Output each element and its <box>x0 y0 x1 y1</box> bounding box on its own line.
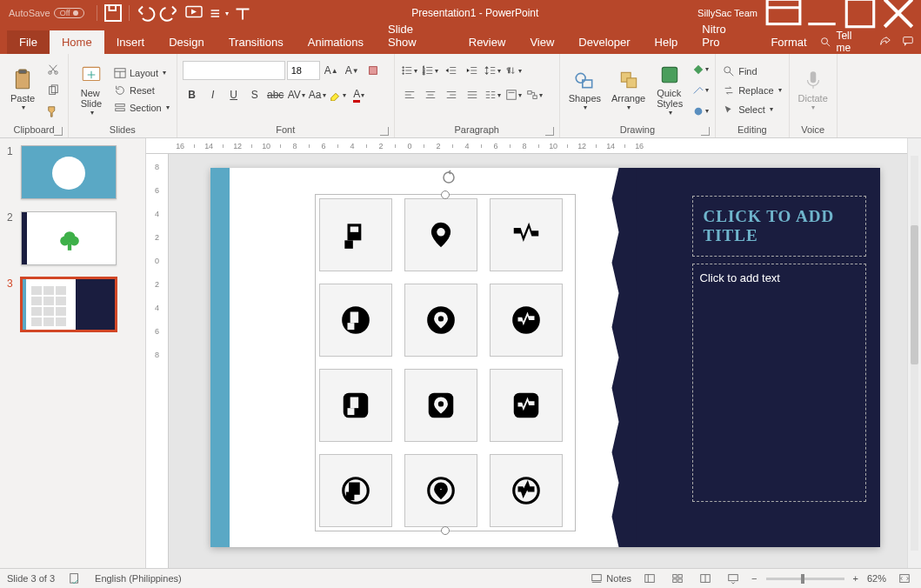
format-painter-icon[interactable] <box>43 102 63 121</box>
selected-icon-grid[interactable] <box>315 194 576 531</box>
highlight-icon[interactable]: ▾ <box>329 85 348 104</box>
zoom-in-icon[interactable]: + <box>853 573 858 584</box>
bold-icon[interactable]: B <box>183 85 202 104</box>
shape-effects-icon[interactable]: ▾ <box>691 102 710 121</box>
sorter-view-icon[interactable] <box>668 571 687 586</box>
paste-button[interactable]: Paste▾ <box>5 57 40 123</box>
tab-animations[interactable]: Animations <box>296 30 376 54</box>
tab-developer[interactable]: Developer <box>566 30 642 54</box>
qat-customize-icon[interactable] <box>232 3 253 23</box>
columns-icon[interactable]: ▾ <box>484 85 503 104</box>
font-size-input[interactable] <box>287 61 320 80</box>
replace-button[interactable]: Replace▾ <box>721 83 783 98</box>
decrease-font-icon[interactable]: A▼ <box>343 61 362 80</box>
autosave-toggle[interactable]: AutoSave Off <box>3 8 90 18</box>
redo-icon[interactable] <box>159 3 180 23</box>
copy-icon[interactable] <box>43 81 63 100</box>
minimize-icon[interactable] <box>803 0 841 26</box>
tab-file[interactable]: File <box>7 30 50 54</box>
slide-indicator[interactable]: Slide 3 of 3 <box>7 573 55 584</box>
align-right-icon[interactable] <box>442 85 461 104</box>
dictate-button[interactable]: Dictate▾ <box>795 57 831 123</box>
notes-button[interactable]: Notes <box>591 571 631 586</box>
icon-cell[interactable] <box>404 198 477 271</box>
fit-window-icon[interactable] <box>895 571 914 586</box>
thumbnail-2[interactable]: 2 <box>7 211 138 265</box>
language-indicator[interactable]: English (Philippines) <box>95 573 182 584</box>
change-case-icon[interactable]: Aa▾ <box>308 85 327 104</box>
zoom-slider[interactable] <box>766 578 844 580</box>
bullets-icon[interactable]: ▾ <box>400 61 419 80</box>
align-center-icon[interactable] <box>421 85 440 104</box>
increase-font-icon[interactable]: A▲ <box>322 61 341 80</box>
reset-button[interactable]: Reset <box>112 83 171 98</box>
tab-insert[interactable]: Insert <box>104 30 157 54</box>
slide[interactable]: CLICK TO ADD TITLE Click to add text <box>210 168 880 547</box>
shape-outline-icon[interactable]: ▾ <box>691 81 710 100</box>
italic-icon[interactable]: I <box>204 85 223 104</box>
tab-review[interactable]: Review <box>457 30 518 54</box>
start-from-beginning-icon[interactable] <box>184 3 204 23</box>
line-spacing-icon[interactable]: ▾ <box>484 61 503 80</box>
font-color-icon[interactable]: A▾ <box>350 85 369 104</box>
new-slide-button[interactable]: New Slide▾ <box>74 57 109 123</box>
dialog-launcher-icon[interactable] <box>545 127 554 136</box>
tab-help[interactable]: Help <box>643 30 691 54</box>
tab-slideshow[interactable]: Slide Show <box>376 17 457 54</box>
icon-cell[interactable] <box>404 454 477 527</box>
strike-icon[interactable]: abc <box>266 85 285 104</box>
underline-icon[interactable]: U <box>224 85 244 104</box>
icon-cell[interactable] <box>490 369 563 442</box>
icon-cell[interactable] <box>490 454 563 527</box>
icon-cell[interactable] <box>319 198 392 271</box>
rotate-handle-icon[interactable] <box>441 170 457 185</box>
tab-format[interactable]: Format <box>758 30 818 54</box>
icon-cell[interactable] <box>490 284 563 357</box>
share-icon[interactable] <box>879 35 891 50</box>
icon-cell[interactable] <box>404 369 477 442</box>
clear-format-icon[interactable] <box>364 61 383 80</box>
text-direction-icon[interactable]: ¶▾ <box>504 61 524 80</box>
close-icon[interactable] <box>879 0 918 26</box>
increase-indent-icon[interactable] <box>463 61 482 80</box>
thumbnail-1[interactable]: 1 <box>7 145 138 199</box>
tab-design[interactable]: Design <box>157 30 216 54</box>
cut-icon[interactable] <box>43 60 63 79</box>
icon-cell[interactable] <box>319 369 392 442</box>
zoom-out-icon[interactable]: − <box>751 573 757 584</box>
quick-styles-button[interactable]: Quick Styles▾ <box>652 57 687 123</box>
find-button[interactable]: Find <box>721 63 783 79</box>
numbering-icon[interactable]: 123▾ <box>421 61 440 80</box>
thumbnail-3[interactable]: 3 <box>7 277 138 331</box>
zoom-level[interactable]: 62% <box>867 573 886 584</box>
icon-cell[interactable] <box>490 198 563 271</box>
ribbon-display-icon[interactable] <box>764 0 803 26</box>
tab-transitions[interactable]: Transitions <box>217 30 296 54</box>
align-text-icon[interactable]: ▾ <box>504 85 524 104</box>
slide-canvas[interactable]: CLICK TO ADD TITLE Click to add text <box>169 154 921 568</box>
icon-cell[interactable] <box>319 284 392 357</box>
undo-icon[interactable] <box>135 3 156 23</box>
font-name-input[interactable] <box>183 61 285 80</box>
tab-view[interactable]: View <box>517 30 566 54</box>
justify-icon[interactable] <box>463 85 482 104</box>
icon-cell[interactable] <box>404 284 477 357</box>
dialog-launcher-icon[interactable] <box>380 127 389 136</box>
spellcheck-icon[interactable] <box>69 571 81 585</box>
reading-view-icon[interactable] <box>696 571 715 586</box>
comments-icon[interactable] <box>902 35 914 50</box>
maximize-icon[interactable] <box>841 0 879 26</box>
slideshow-view-icon[interactable] <box>724 571 743 586</box>
tab-nitropro[interactable]: Nitro Pro <box>690 17 758 54</box>
shadow-icon[interactable]: S <box>245 85 264 104</box>
vertical-scrollbar[interactable] <box>907 138 921 568</box>
save-icon[interactable] <box>103 3 123 23</box>
dialog-launcher-icon[interactable] <box>701 127 710 136</box>
normal-view-icon[interactable] <box>640 571 659 586</box>
shapes-button[interactable]: Shapes▾ <box>565 57 604 123</box>
qat-more-icon[interactable]: ▾ <box>208 3 229 23</box>
arrange-button[interactable]: Arrange▾ <box>608 57 649 123</box>
align-left-icon[interactable] <box>400 85 419 104</box>
tab-home[interactable]: Home <box>50 30 104 54</box>
tell-me-search[interactable]: Tell me <box>819 30 869 54</box>
